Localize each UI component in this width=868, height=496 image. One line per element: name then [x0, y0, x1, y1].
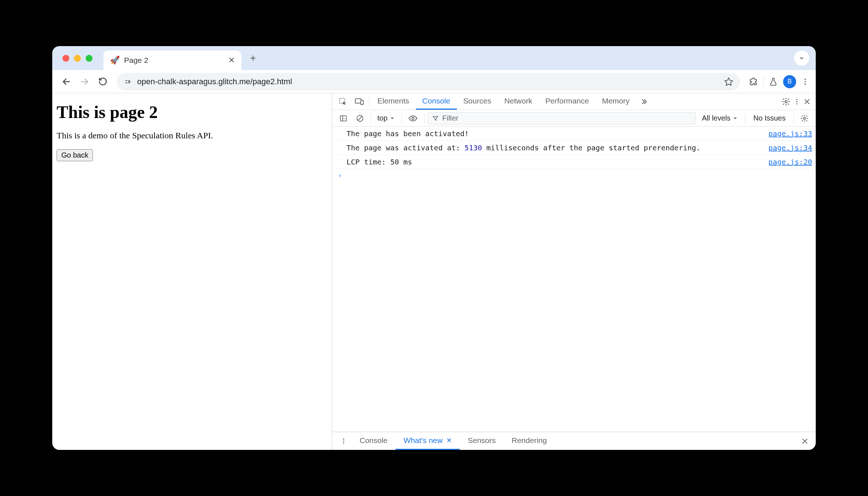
url-text: open-chalk-asparagus.glitch.me/page2.htm…	[137, 77, 719, 86]
filter-placeholder: Filter	[442, 114, 458, 122]
address-bar[interactable]: open-chalk-asparagus.glitch.me/page2.htm…	[117, 73, 740, 90]
divider	[401, 114, 402, 123]
divider	[794, 114, 794, 123]
svg-rect-10	[340, 115, 347, 121]
svg-rect-4	[355, 99, 361, 103]
svg-point-2	[804, 83, 806, 85]
divider	[424, 114, 425, 123]
back-button[interactable]	[59, 74, 74, 89]
bookmark-star-icon[interactable]	[724, 77, 733, 86]
message-source-link[interactable]: page.js:20	[761, 156, 812, 167]
svg-point-6	[785, 101, 787, 103]
svg-point-7	[796, 99, 797, 100]
forward-button[interactable]	[77, 74, 92, 89]
drawer-tab-whats-new[interactable]: What's new ✕	[396, 432, 460, 450]
extensions-icon[interactable]	[749, 77, 758, 86]
console-prompt[interactable]: ›	[332, 169, 816, 181]
divider	[745, 114, 745, 123]
console-messages: The page has been activated! page.js:33 …	[332, 127, 816, 432]
issues-label[interactable]: No Issues	[748, 114, 791, 122]
chrome-menu-icon[interactable]	[801, 78, 809, 86]
new-tab-button[interactable]: +	[248, 50, 258, 66]
close-tab-icon[interactable]: ✕	[227, 54, 236, 66]
devtools-tab-elements[interactable]: Elements	[371, 93, 416, 110]
devtools-menu-icon[interactable]	[793, 98, 801, 105]
drawer-tab-rendering[interactable]: Rendering	[504, 432, 555, 450]
close-devtools-icon[interactable]	[803, 98, 811, 105]
svg-point-1	[804, 81, 806, 82]
devtools-tabs: Elements Console Sources Network Perform…	[332, 93, 816, 110]
live-expression-icon[interactable]	[405, 112, 421, 125]
message-text: The page has been activated!	[347, 128, 761, 139]
devtools-tab-right	[782, 93, 813, 110]
device-toggle-icon[interactable]	[351, 93, 368, 110]
message-source-link[interactable]: page.js:34	[761, 142, 812, 153]
message-text: LCP time: 50 ms	[347, 156, 761, 167]
console-message: The page has been activated! page.js:33	[332, 127, 816, 141]
toggle-sidebar-icon[interactable]	[336, 112, 351, 125]
svg-point-9	[796, 103, 797, 104]
svg-rect-5	[361, 100, 363, 105]
svg-point-14	[412, 117, 414, 119]
chevron-down-icon	[733, 116, 738, 121]
tab-strip: 🚀 Page 2 ✕ +	[52, 46, 816, 70]
message-source-link[interactable]: page.js:33	[761, 128, 812, 139]
filter-icon	[432, 115, 439, 122]
svg-point-0	[804, 78, 806, 80]
drawer-tab-label: What's new	[404, 436, 443, 445]
devtools-panel: Elements Console Sources Network Perform…	[332, 93, 816, 450]
close-drawer-icon[interactable]	[798, 432, 812, 450]
console-context-selector[interactable]: top	[374, 114, 398, 122]
minimize-window-button[interactable]	[74, 55, 81, 62]
clear-console-icon[interactable]	[352, 112, 368, 125]
svg-line-13	[358, 116, 362, 120]
content-area: This is page 2 This is a demo of the Spe…	[52, 93, 816, 450]
console-filter-input[interactable]: Filter	[427, 112, 696, 125]
site-info-icon[interactable]	[123, 77, 132, 86]
tab-favicon: 🚀	[110, 56, 120, 65]
svg-point-18	[343, 443, 344, 444]
reload-button[interactable]	[95, 74, 110, 89]
devtools-tab-performance[interactable]: Performance	[539, 93, 595, 110]
console-settings-icon[interactable]	[797, 112, 812, 125]
svg-point-8	[796, 101, 797, 102]
browser-tab[interactable]: 🚀 Page 2 ✕	[103, 50, 241, 70]
go-back-button[interactable]: Go back	[57, 149, 93, 161]
drawer-tab-console[interactable]: Console	[352, 432, 396, 450]
divider	[369, 97, 369, 106]
labs-icon[interactable]	[769, 77, 778, 86]
more-tabs-icon[interactable]	[636, 93, 651, 110]
log-levels-selector[interactable]: All levels	[697, 114, 742, 122]
page-heading: This is page 2	[57, 102, 327, 122]
drawer-tab-sensors[interactable]: Sensors	[460, 432, 504, 450]
toolbar-right-icons: B	[746, 75, 809, 88]
devtools-tab-console[interactable]: Console	[416, 93, 457, 110]
svg-point-16	[343, 438, 344, 439]
page-content: This is page 2 This is a demo of the Spe…	[52, 93, 332, 450]
log-levels-label: All levels	[702, 114, 730, 122]
close-window-button[interactable]	[62, 55, 69, 62]
inspect-element-icon[interactable]	[335, 93, 351, 110]
page-paragraph: This is a demo of the Speculation Rules …	[57, 131, 327, 141]
maximize-window-button[interactable]	[86, 55, 93, 62]
divider	[763, 77, 763, 87]
devtools-tab-network[interactable]: Network	[498, 93, 539, 110]
console-message: LCP time: 50 ms page.js:20	[332, 155, 816, 169]
drawer-menu-icon[interactable]	[336, 432, 352, 450]
tab-title: Page 2	[124, 56, 222, 65]
svg-point-17	[343, 440, 344, 442]
devtools-tab-sources[interactable]: Sources	[457, 93, 498, 110]
browser-toolbar: open-chalk-asparagus.glitch.me/page2.htm…	[52, 70, 816, 93]
message-text: The page was activated at: 5130 millisec…	[347, 142, 761, 153]
divider	[370, 114, 371, 123]
console-message: The page was activated at: 5130 millisec…	[332, 141, 816, 155]
devtools-drawer: Console What's new ✕ Sensors Rendering	[332, 432, 816, 450]
console-toolbar: top Filter All levels No Issues	[332, 110, 816, 127]
settings-gear-icon[interactable]	[782, 97, 790, 106]
window-controls	[58, 55, 103, 62]
devtools-tab-memory[interactable]: Memory	[595, 93, 636, 110]
browser-window: 🚀 Page 2 ✕ + open-chalk-asparagus.glitch…	[52, 46, 816, 450]
profile-avatar[interactable]: B	[783, 75, 796, 88]
tabs-dropdown-button[interactable]	[794, 50, 809, 66]
close-drawer-tab-icon[interactable]: ✕	[446, 436, 452, 444]
